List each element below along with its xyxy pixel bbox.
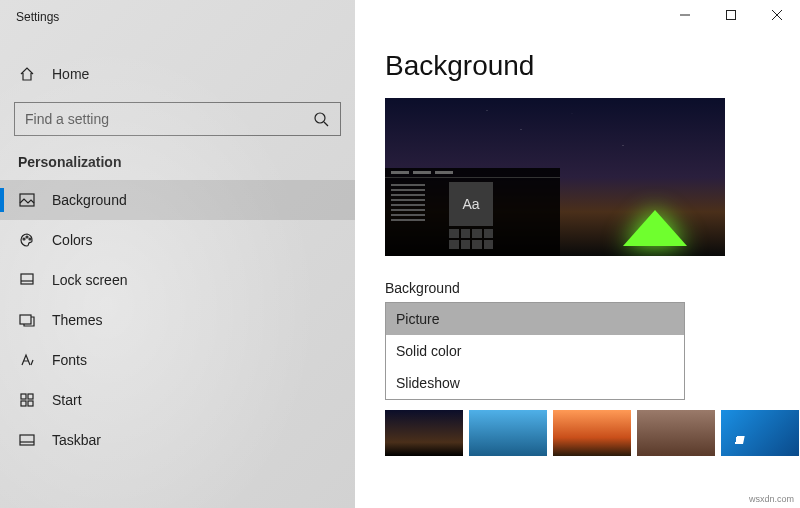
recent-images-row	[385, 410, 800, 456]
sidebar-item-background[interactable]: Background	[0, 180, 355, 220]
sidebar-item-lockscreen[interactable]: Lock screen	[0, 260, 355, 300]
search-input[interactable]: Find a setting	[14, 102, 341, 136]
svg-rect-13	[21, 394, 26, 399]
svg-point-7	[23, 238, 25, 240]
maximize-button[interactable]	[708, 0, 754, 30]
recent-image-thumb[interactable]	[385, 410, 463, 456]
fonts-icon	[18, 351, 36, 369]
preview-tent	[623, 210, 687, 246]
sidebar: Settings Home Find a setting Personaliza…	[0, 0, 355, 508]
dropdown-option-solid[interactable]: Solid color	[386, 335, 684, 367]
taskbar-icon	[18, 431, 36, 449]
svg-point-9	[29, 238, 31, 240]
sidebar-item-label: Lock screen	[52, 272, 127, 288]
recent-image-thumb[interactable]	[637, 410, 715, 456]
search-placeholder: Find a setting	[25, 111, 109, 127]
svg-line-5	[324, 122, 328, 126]
sidebar-item-label: Themes	[52, 312, 103, 328]
svg-rect-6	[20, 194, 34, 206]
recent-image-thumb[interactable]	[469, 410, 547, 456]
sidebar-item-themes[interactable]: Themes	[0, 300, 355, 340]
sidebar-item-label: Background	[52, 192, 127, 208]
background-dropdown-label: Background	[385, 280, 800, 296]
sidebar-item-label: Colors	[52, 232, 92, 248]
search-icon	[312, 110, 330, 128]
preview-desktop-mock: Aa	[385, 168, 560, 256]
svg-rect-16	[28, 401, 33, 406]
svg-rect-15	[21, 401, 26, 406]
svg-point-4	[315, 113, 325, 123]
svg-point-8	[26, 236, 28, 238]
dropdown-option-slideshow[interactable]: Slideshow	[386, 367, 684, 399]
svg-rect-14	[28, 394, 33, 399]
recent-image-thumb[interactable]	[721, 410, 799, 456]
home-link[interactable]: Home	[0, 54, 355, 94]
home-label: Home	[52, 66, 89, 82]
dropdown-option-picture[interactable]: Picture	[386, 303, 684, 335]
svg-rect-17	[20, 435, 34, 445]
sidebar-item-taskbar[interactable]: Taskbar	[0, 420, 355, 460]
palette-icon	[18, 231, 36, 249]
preview-text-sample: Aa	[449, 182, 493, 226]
home-icon	[18, 65, 36, 83]
svg-rect-10	[21, 274, 33, 284]
sidebar-item-start[interactable]: Start	[0, 380, 355, 420]
app-title: Settings	[0, 0, 355, 34]
themes-icon	[18, 311, 36, 329]
sidebar-item-colors[interactable]: Colors	[0, 220, 355, 260]
watermark: wsxdn.com	[749, 494, 794, 504]
svg-rect-12	[20, 315, 31, 324]
lockscreen-icon	[18, 271, 36, 289]
svg-rect-1	[727, 11, 736, 20]
picture-icon	[18, 191, 36, 209]
recent-image-thumb[interactable]	[553, 410, 631, 456]
close-button[interactable]	[754, 0, 800, 30]
main-content: Background Aa Background Picture Solid c…	[355, 0, 800, 508]
sidebar-item-label: Taskbar	[52, 432, 101, 448]
window-controls	[662, 0, 800, 30]
background-dropdown[interactable]: Picture Solid color Slideshow	[385, 302, 685, 400]
minimize-button[interactable]	[662, 0, 708, 30]
sidebar-item-fonts[interactable]: Fonts	[0, 340, 355, 380]
section-title: Personalization	[0, 136, 355, 180]
sidebar-item-label: Fonts	[52, 352, 87, 368]
sidebar-item-label: Start	[52, 392, 82, 408]
page-title: Background	[385, 50, 800, 82]
background-preview: Aa	[385, 98, 725, 256]
start-icon	[18, 391, 36, 409]
